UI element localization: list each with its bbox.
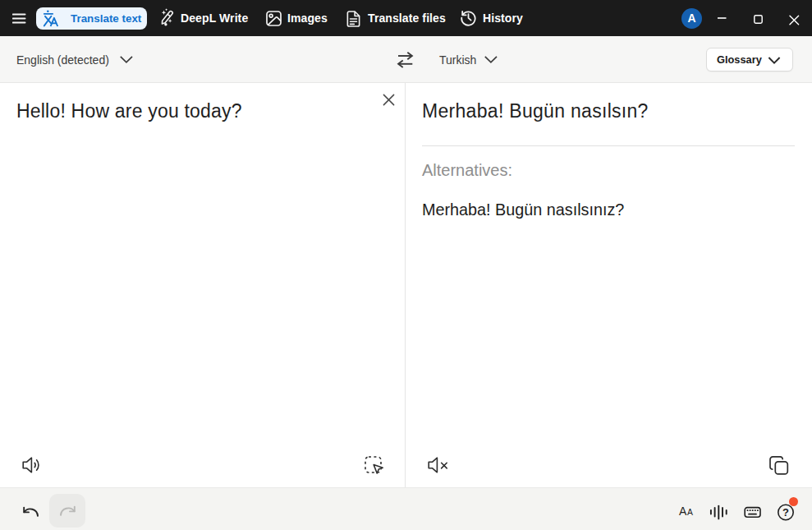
- svg-text:A: A: [687, 508, 693, 517]
- svg-text:?: ?: [782, 506, 789, 518]
- svg-text:A: A: [679, 505, 687, 518]
